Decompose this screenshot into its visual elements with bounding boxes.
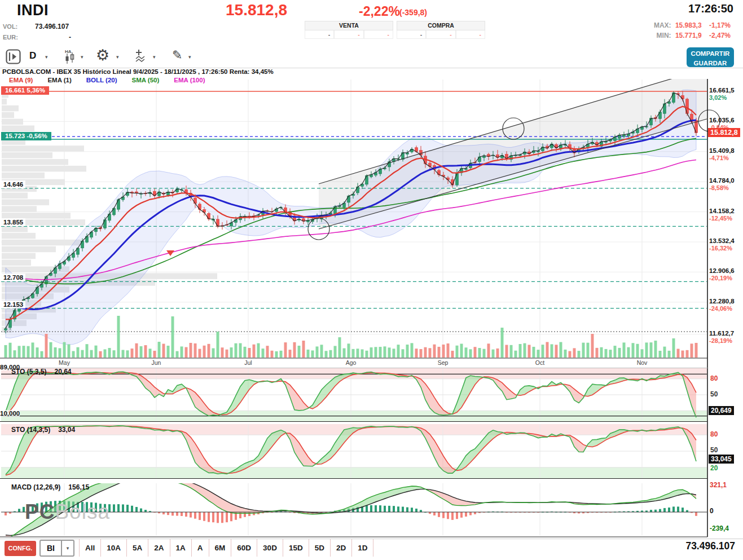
price-level-label: 12.153	[1, 301, 25, 308]
timeframe-button[interactable]: D	[29, 50, 36, 61]
compra-cell: -	[426, 30, 455, 39]
last-price: 15.812,8	[226, 1, 287, 19]
macd-header: MACD (12,26,9)156,15	[11, 483, 89, 491]
price-axis-label: 12.906,6	[709, 267, 735, 274]
eur-row: EUR: -	[3, 33, 71, 41]
venta-cell: -	[364, 30, 393, 39]
sto1-level-80: 80	[710, 374, 718, 382]
range-a[interactable]: A	[192, 539, 209, 557]
legend-item: EMA (1)	[47, 77, 71, 83]
share-label: COMPARTIR	[687, 49, 734, 59]
price-axis-label: 14.784,0	[709, 177, 735, 184]
month-label: Oct	[530, 359, 550, 366]
price-axis-label: 11.612,7	[709, 330, 734, 337]
add-indicator-icon[interactable]	[134, 48, 149, 65]
range-60d[interactable]: 60D	[231, 539, 257, 557]
macd-value: 156,15	[68, 483, 89, 491]
price-axis-percent: -28,19%	[709, 337, 732, 344]
draw-dropdown[interactable]: ▾	[188, 54, 191, 60]
vol-value: 73.496.107	[35, 23, 69, 30]
price-level-label: 15.723 -0,56%	[1, 132, 51, 140]
settings-dropdown[interactable]: ▾	[116, 54, 119, 60]
price-axis-percent: -12,45%	[709, 215, 732, 222]
compra-cell: -	[397, 30, 426, 39]
share-save-button[interactable]: COMPARTIR GUARDAR	[687, 47, 734, 67]
sto2-title: STO (14,3,5)	[11, 426, 50, 434]
range-15d[interactable]: 15D	[283, 539, 309, 557]
range-10a[interactable]: 10A	[101, 539, 127, 557]
sto1-title: STO (5,3,5)	[11, 368, 46, 376]
sto2-header: STO (14,3,5)33,04	[11, 426, 75, 434]
legend-item: EMA (9)	[9, 77, 33, 83]
save-label: GUARDAR	[687, 59, 734, 68]
range-2a[interactable]: 2A	[148, 539, 170, 557]
venta-cell: -	[334, 30, 363, 39]
settings-gear-icon[interactable]: ⚙	[96, 46, 109, 64]
range-buttons: All10A5A2A1AA6M60D30D15D5D2D1D	[79, 539, 373, 557]
eur-label: EUR:	[3, 34, 22, 41]
market-selector[interactable]: BI ▾	[39, 540, 74, 557]
symbol-title: INDI	[17, 2, 49, 19]
range-1d[interactable]: 1D	[352, 539, 373, 557]
sto1-header: STO (5,3,5)20,64	[11, 368, 72, 376]
chart-type-dropdown[interactable]: ▾	[81, 54, 83, 60]
config-button[interactable]: CONFG.	[5, 541, 36, 556]
max-label: MAX:	[654, 21, 671, 29]
venta-cell: -	[305, 30, 334, 39]
range-5d[interactable]: 5D	[309, 539, 331, 557]
volume-row: VOL: 73.496.107	[3, 23, 69, 30]
price-axis-percent: -16,32%	[709, 245, 732, 252]
price-axis-label: 14.158,2	[709, 208, 735, 214]
price-level-label: 12.708	[1, 274, 25, 281]
price-level-label: 10,000	[0, 410, 20, 417]
change-percent: -2,22%	[359, 4, 400, 19]
chart-title: PCBOLSA.COM - IBEX 35 Histórico Lineal 9…	[2, 68, 274, 75]
min-value: 15.771,9	[675, 32, 702, 39]
range-5a[interactable]: 5A	[127, 539, 148, 557]
trading-app: INDI 15.812,8 -2,22% (-359,8) 17:26:50 V…	[0, 0, 743, 560]
month-label: May	[54, 359, 74, 366]
draw-pencil-icon[interactable]: ✎	[172, 48, 182, 63]
pcbolsa-watermark: PCBolsa	[25, 500, 110, 524]
legend-item: SMA (50)	[132, 77, 160, 83]
chart-type-icon[interactable]: HA	[63, 48, 77, 67]
venta-table: VENTA ---	[305, 21, 393, 39]
range-2d[interactable]: 2D	[331, 539, 352, 557]
vol-label: VOL:	[3, 23, 22, 30]
session-time: 17:26:50	[688, 2, 733, 15]
svg-text:HA: HA	[65, 49, 72, 54]
range-6m[interactable]: 6M	[209, 539, 232, 557]
price-level-label: 13.855	[1, 218, 25, 226]
sto2-value: 33,04	[58, 426, 75, 434]
macd-title: MACD (12,26,9)	[11, 483, 60, 491]
market-selector-value: BI	[41, 541, 61, 555]
price-axis-percent: -20,19%	[709, 275, 732, 281]
macd-level-zero: 0	[710, 507, 714, 515]
footer-volume: 73.496.107	[685, 540, 735, 552]
price-axis-label: 15.409,8	[709, 147, 735, 154]
add-indicator-dropdown[interactable]: ▾	[153, 54, 156, 60]
range-1a[interactable]: 1A	[170, 539, 192, 557]
compra-table: COMPRA ---	[397, 21, 485, 39]
watermark-bold: PC	[25, 500, 55, 523]
month-label: Ago	[341, 359, 361, 366]
sto2-value-badge: 33,045	[709, 455, 734, 464]
range-all[interactable]: All	[79, 539, 101, 557]
venta-header: VENTA	[305, 21, 393, 30]
timeframe-dropdown[interactable]: ▾	[45, 54, 48, 60]
range-30d[interactable]: 30D	[257, 539, 283, 557]
sto1-value-badge: 20,649	[709, 406, 734, 415]
legend-item: BOLL (20)	[86, 77, 117, 83]
price-level-label: 14.646	[1, 180, 25, 188]
price-level-label: 16.661 5,36%	[1, 86, 49, 95]
indicator-legend: EMA (9)EMA (1)BOLL (20)SMA (50)EMA (100)	[9, 77, 219, 83]
price-axis-percent: -8,58%	[709, 184, 729, 191]
max-value: 15.983,3	[675, 21, 702, 29]
macd-level-top: 321,1	[710, 481, 727, 489]
month-label: Jun	[146, 359, 166, 366]
market-selector-caret-icon[interactable]: ▾	[61, 541, 73, 555]
price-axis-label: 13.532,4	[709, 237, 735, 244]
min-label: MIN:	[657, 32, 671, 39]
compra-header: COMPRA	[397, 21, 485, 30]
panel-toggle-icon[interactable]	[6, 49, 21, 67]
